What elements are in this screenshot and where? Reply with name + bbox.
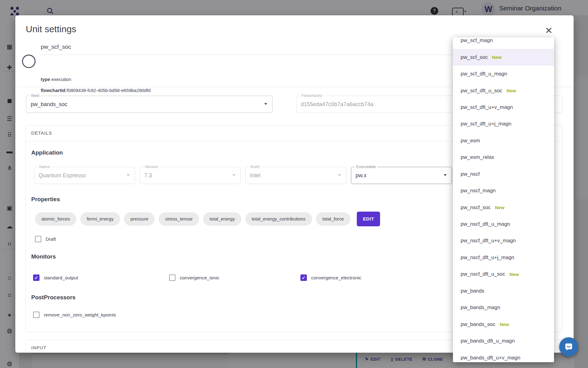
option-pw_bands_soc[interactable]: pw_bands_socNew	[453, 316, 554, 332]
build-value: Intel	[250, 172, 260, 179]
new-badge: New	[507, 88, 516, 93]
option-label: pw_bands_dft_u_magn	[461, 338, 515, 344]
chevron-down-icon: ▼	[231, 173, 236, 177]
chevron-down-icon: ▼	[126, 173, 131, 177]
property-chip[interactable]: atomic_forces	[35, 212, 76, 226]
property-chip[interactable]: total_energy_contributions	[245, 212, 312, 226]
dialog-title: Unit settings	[26, 24, 76, 34]
remove_non_zero_weight_kpoints-checkbox[interactable]	[33, 312, 40, 318]
remove_non_zero_weight_kpoints-checkbox-item[interactable]: remove_non_zero_weight_kpoints	[33, 312, 116, 318]
build-select: BuildIntel▼	[245, 167, 346, 184]
chevron-down-icon: ▼	[337, 173, 342, 177]
name-label: Name	[38, 164, 51, 169]
option-pw_scf_soc[interactable]: pw_scf_socNew	[453, 49, 554, 65]
version-select: Version7.3▼	[140, 167, 241, 184]
edit-properties-button[interactable]: EDIT	[357, 212, 380, 226]
option-pw_bands_dft_u_magn[interactable]: pw_bands_dft_u_magn	[453, 333, 554, 349]
standard_output-checkbox[interactable]: ✓	[33, 274, 40, 281]
option-label: pw_scf_dft_u+j_magn	[461, 121, 511, 127]
option-pw_nscf_dft_u_soc[interactable]: pw_nscf_dft_u_socNew	[453, 266, 554, 282]
chevron-down-icon[interactable]: ▼	[263, 102, 268, 106]
option-label: pw_bands	[461, 288, 484, 294]
option-pw_scf_magn[interactable]: pw_scf_magn	[453, 37, 554, 49]
close-icon[interactable]: ✕	[543, 25, 555, 37]
unit-name: pw_scf_soc	[41, 44, 71, 50]
version-value: 7.3	[144, 172, 152, 179]
convergence_ionic-checkbox-item[interactable]: convergence_ionic	[169, 274, 219, 281]
option-label: pw_nscf_soc	[461, 205, 491, 211]
option-label: pw_nscf_dft_u_soc	[461, 271, 505, 277]
draft-label: Draft	[46, 236, 56, 242]
option-label: pw_bands_magn	[461, 305, 500, 311]
new-badge: New	[495, 205, 504, 210]
next-label: Next	[30, 93, 41, 98]
new-badge: New	[499, 322, 509, 327]
type-value: execution	[51, 77, 71, 82]
properties-heading: Properties	[31, 196, 60, 203]
option-label: pw_nscf	[461, 171, 480, 177]
draft-checkbox-item[interactable]: Draft	[35, 236, 56, 242]
draft-checkbox[interactable]	[35, 236, 41, 242]
option-label: pw_bands_dft_u+v_magn	[461, 355, 520, 361]
option-pw_nscf[interactable]: pw_nscf	[453, 166, 554, 182]
flowchart-value: f0809438-fc82-405b-bd58-e659ba280dfd	[67, 88, 151, 93]
option-pw_esm[interactable]: pw_esm	[453, 132, 554, 149]
option-label: pw_scf_dft_u_magn	[461, 71, 507, 77]
checkbox-label: standard_output	[44, 275, 78, 281]
property-chip[interactable]: stress_tensor	[159, 212, 199, 226]
new-badge: New	[510, 272, 519, 277]
option-pw_nscf_dft_u+j_magn[interactable]: pw_nscf_dft_u+j_magn	[453, 249, 554, 266]
convergence_electronic-checkbox-item[interactable]: ✓convergence_electronic	[300, 274, 361, 281]
screen: ? >_ ▾ W Seminar Organization ▦✚◼☰⠿▬⋔▣☁⠛…	[0, 0, 588, 368]
chat-bubble-icon	[564, 342, 573, 351]
option-pw_bands_magn[interactable]: pw_bands_magn	[453, 299, 554, 316]
executable-select[interactable]: Executablepw.x▼	[351, 167, 452, 184]
new-badge: New	[492, 55, 502, 60]
option-pw_bands[interactable]: pw_bands	[453, 283, 554, 299]
input-header-label: INPUT	[31, 345, 47, 350]
checkbox-label: convergence_electronic	[311, 275, 361, 281]
option-pw_bands_dft_u+v_magn[interactable]: pw_bands_dft_u+v_magn	[453, 349, 554, 362]
next-select[interactable]: Next pw_bands_soc ▼	[26, 96, 273, 113]
option-pw_scf_dft_u+v_magn[interactable]: pw_scf_dft_u+v_magn	[453, 99, 554, 116]
option-label: pw_nscf_dft_u+v_magn	[461, 238, 516, 244]
option-pw_nscf_soc[interactable]: pw_nscf_socNew	[453, 199, 554, 216]
next-value: pw_bands_soc	[31, 101, 67, 108]
executable-label: Executable	[355, 164, 377, 169]
option-pw_nscf_dft_u+v_magn[interactable]: pw_nscf_dft_u+v_magn	[453, 232, 554, 249]
option-label: pw_bands_soc	[461, 321, 495, 328]
property-chip[interactable]: total_energy	[203, 212, 241, 226]
option-pw_nscf_magn[interactable]: pw_nscf_magn	[453, 182, 554, 199]
option-pw_esm_relax[interactable]: pw_esm_relax	[453, 149, 554, 166]
monitors-heading: Monitors	[31, 253, 56, 260]
version-label: Version	[143, 164, 160, 169]
option-label: pw_scf_dft_u+v_magn	[461, 104, 513, 110]
build-label: Build	[249, 164, 261, 169]
property-chip[interactable]: fermi_energy	[80, 212, 120, 226]
unit-type-line: type execution	[41, 77, 71, 82]
details-header-label: DETAILS	[31, 131, 52, 136]
option-label: pw_scf_magn	[461, 37, 493, 44]
checkbox-label: convergence_ionic	[180, 275, 219, 281]
unit-flowchart-line: flowchartId:f0809438-fc82-405b-bd58-e659…	[41, 88, 151, 93]
option-label: pw_scf_soc	[461, 54, 488, 60]
option-label: pw_nscf_dft_u_magn	[461, 221, 510, 227]
chevron-down-icon[interactable]: ▼	[443, 173, 448, 177]
flowchartid-label: FlowchartId	[300, 93, 323, 98]
name-select: NameQuantum Espresso▼	[34, 167, 135, 184]
option-pw_scf_dft_u+j_magn[interactable]: pw_scf_dft_u+j_magn	[453, 116, 554, 132]
standard_output-checkbox-item[interactable]: ✓standard_output	[33, 274, 78, 281]
unit-shape-icon	[22, 55, 36, 68]
executable-value: pw.x	[356, 172, 367, 179]
chat-launcher-button[interactable]	[559, 337, 578, 356]
option-label: pw_nscf_dft_u+j_magn	[461, 255, 514, 261]
convergence_ionic-checkbox[interactable]	[169, 274, 175, 281]
convergence_electronic-checkbox[interactable]: ✓	[300, 274, 307, 281]
option-pw_nscf_dft_u_magn[interactable]: pw_nscf_dft_u_magn	[453, 216, 554, 232]
option-pw_scf_dft_u_magn[interactable]: pw_scf_dft_u_magn	[453, 66, 554, 82]
checkbox-label: remove_non_zero_weight_kpoints	[44, 312, 116, 318]
property-chip[interactable]: pressure	[124, 212, 155, 226]
option-label: pw_nscf_magn	[461, 188, 496, 194]
option-pw_scf_dft_u_soc[interactable]: pw_scf_dft_u_socNew	[453, 82, 554, 99]
property-chip[interactable]: total_force	[316, 212, 350, 226]
